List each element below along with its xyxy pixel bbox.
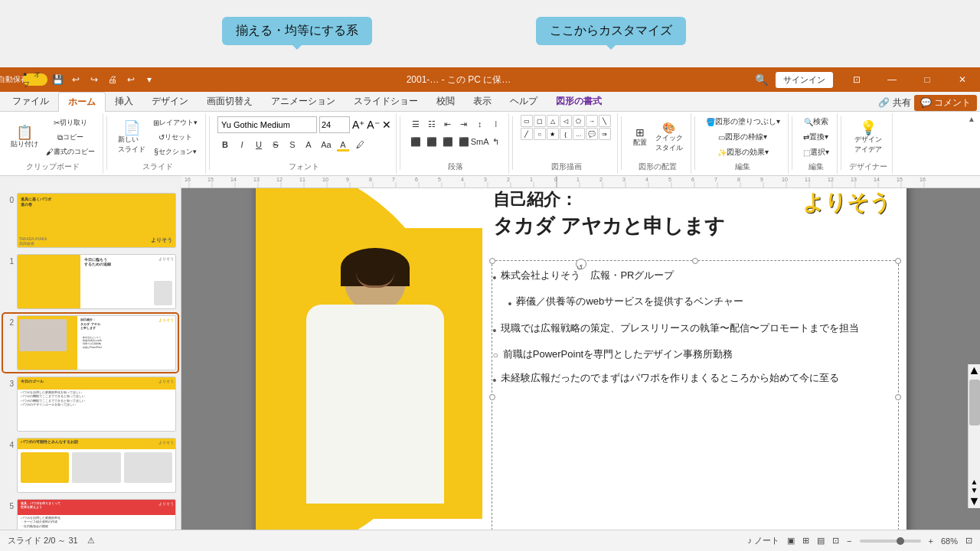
copy-button[interactable]: ⧉ コピー	[43, 131, 98, 144]
share-button[interactable]: 🔗 共有	[878, 96, 910, 109]
shape-line2[interactable]: ╱	[521, 128, 533, 140]
replace-button[interactable]: ⇄ 置換▾	[800, 130, 832, 144]
num-list-btn[interactable]: ☷	[424, 116, 439, 132]
qat-print-btn[interactable]: 🖨	[104, 71, 121, 88]
design-ideas-button[interactable]: 💡 デザインアイデア	[851, 119, 885, 156]
tab-shape-format[interactable]: 図形の書式	[547, 92, 611, 111]
slide-thumb-4[interactable]: 4 パワポの可能性とみんなするお話 よりそう	[3, 436, 178, 494]
layout-button[interactable]: ⊞ レイアウト▾	[150, 116, 201, 129]
qat-undo-btn[interactable]: ↩	[67, 71, 84, 88]
handle-tl[interactable]	[489, 258, 495, 264]
shape-callout[interactable]: 💬	[586, 128, 598, 140]
clear-format-btn[interactable]: ✕	[382, 119, 391, 131]
scroll-down-btn[interactable]: ▼	[969, 494, 980, 508]
view-outline-btn[interactable]: ⊞	[802, 536, 809, 546]
slide-thumb-5[interactable]: 5 道具、パワポを作りまくって世界を変えよう よりそう パワポを活用した業務効率…	[3, 497, 178, 530]
tab-insert[interactable]: 挿入	[106, 92, 142, 111]
zoom-minus-btn[interactable]: −	[847, 536, 851, 546]
scrollbar-vertical[interactable]: ▲ ▲ ▼ ▼	[968, 364, 980, 508]
view-slide-btn[interactable]: ⊡	[832, 536, 839, 546]
scroll-up-btn[interactable]: ▲	[969, 364, 980, 377]
zoom-slider[interactable]	[860, 540, 921, 543]
shape-line[interactable]: ╲	[599, 115, 611, 127]
justify-btn[interactable]: ⬛	[456, 134, 472, 149]
shape-triangle[interactable]: △	[547, 115, 559, 127]
close-btn[interactable]: ✕	[945, 67, 980, 92]
tab-file[interactable]: ファイル	[3, 92, 58, 111]
shape-rect[interactable]: ▭	[521, 115, 533, 127]
shadow-button[interactable]: S	[285, 137, 300, 152]
zoom-plus-btn[interactable]: +	[929, 536, 933, 546]
view-reading-btn[interactable]: ▤	[817, 536, 825, 546]
tab-design[interactable]: デザイン	[142, 92, 198, 111]
qat-undo2-btn[interactable]: ↩	[122, 71, 139, 88]
ribbon-collapse-btn[interactable]: ▲	[966, 113, 977, 174]
section-button[interactable]: § セクション▾	[150, 145, 201, 158]
handle-mr[interactable]	[895, 394, 901, 400]
qat-autosave-toggle[interactable]: ● オフ	[23, 73, 47, 86]
text-direction-btn[interactable]: ↰	[488, 134, 504, 149]
view-normal-btn[interactable]: ▣	[787, 536, 795, 546]
tab-help[interactable]: ヘルプ	[501, 92, 547, 111]
shape-roundrect[interactable]: ▢	[534, 115, 546, 127]
align-center-btn[interactable]: ⬛	[424, 134, 439, 149]
font-name-input[interactable]	[217, 116, 317, 133]
case-button[interactable]: Aa	[318, 137, 334, 152]
new-slide-button[interactable]: 📄 新しいスライド	[115, 119, 149, 156]
char-spacing-button[interactable]: A	[302, 137, 317, 152]
shape-pentagon[interactable]: ⬠	[573, 115, 585, 127]
strikethrough-button[interactable]: S	[268, 137, 283, 152]
ribbon-toggle-btn[interactable]: ⊡	[839, 67, 874, 92]
titlebar-search[interactable]: 🔍	[755, 73, 768, 86]
indent-decrease-btn[interactable]: ⇤	[440, 116, 456, 132]
restore-btn[interactable]: □	[910, 67, 945, 92]
select-button[interactable]: ⬚ 選択▾	[800, 145, 832, 159]
format-copy-button[interactable]: 🖌 書式のコピー	[43, 145, 98, 158]
search-button[interactable]: 🔍 検索	[800, 115, 832, 129]
arrange-button[interactable]: ⊞ 配置	[629, 126, 651, 149]
tab-animations[interactable]: アニメーション	[262, 92, 345, 111]
align-right-btn[interactable]: ⬛	[440, 134, 456, 149]
slide-thumb-1[interactable]: 1 今日に臨もうするための追録 よりそう	[3, 253, 178, 311]
columns-btn[interactable]: ⁞	[488, 116, 504, 132]
paste-button[interactable]: 📋 貼り付け	[8, 124, 41, 151]
shape-rtriangle[interactable]: ◁	[560, 115, 572, 127]
tab-slideshow[interactable]: スライドショー	[345, 92, 427, 111]
canvas-area[interactable]: 自己紹介： タカダ アヤカと申します よりそう • 株式会社よりそう 広報・PR…	[181, 188, 980, 530]
scroll-next-slide-btn[interactable]: ▼	[969, 486, 980, 494]
qat-more-btn[interactable]: ▾	[141, 71, 158, 88]
shape-arrow[interactable]: →	[586, 115, 598, 127]
shape-bracket[interactable]: {	[560, 128, 572, 140]
cut-button[interactable]: ✂ 切り取り	[43, 116, 98, 129]
qat-redo-btn[interactable]: ↪	[86, 71, 103, 88]
shape-star[interactable]: ★	[547, 128, 559, 140]
font-color-btn[interactable]: A	[335, 137, 351, 152]
bullet-list-btn[interactable]: ☰	[408, 116, 423, 132]
smart-art-btn[interactable]: SmA	[472, 134, 488, 149]
indent-increase-btn[interactable]: ⇥	[456, 116, 472, 132]
qat-save-btn[interactable]: 💾	[49, 71, 66, 88]
shape-oval[interactable]: ○	[534, 128, 546, 140]
quick-style-button[interactable]: 🎨 クイックスタイル	[652, 121, 686, 155]
handle-tm[interactable]	[692, 258, 698, 264]
tab-home[interactable]: ホーム	[58, 92, 106, 112]
zoom-level[interactable]: 68%	[941, 536, 958, 546]
zoom-thumb[interactable]	[897, 537, 904, 545]
shape-more[interactable]: …	[573, 128, 585, 140]
scroll-thumb[interactable]	[969, 380, 980, 425]
shape-fill-btn[interactable]: 🪣 図形の塗りつぶし▾	[703, 115, 783, 129]
shape-effect-btn[interactable]: ✨ 図形の効果▾	[703, 145, 783, 159]
shape-block-arrow[interactable]: ⇒	[599, 128, 611, 140]
font-grow-btn[interactable]: A⁺	[352, 119, 364, 131]
underline-button[interactable]: U	[251, 137, 266, 152]
tab-review[interactable]: 校閲	[427, 92, 464, 111]
minimize-btn[interactable]: —	[874, 67, 910, 92]
highlight-btn[interactable]: 🖊	[352, 137, 368, 152]
italic-button[interactable]: I	[234, 137, 250, 152]
slide-panel[interactable]: 0 道具に基くパワポ道の巻 よりそう TAKADA AYAKA高田綾香 1 今日…	[0, 188, 181, 530]
slide-thumb-0[interactable]: 0 道具に基くパワポ道の巻 よりそう TAKADA AYAKA高田綾香	[3, 191, 178, 249]
slide-thumb-2[interactable]: 2 自己紹介：タカダ アヤカと申します よりそう ・株式会社よりそう・葬儀/供養…	[3, 314, 178, 372]
comment-button[interactable]: 💬 コメント	[914, 95, 977, 111]
align-left-btn[interactable]: ⬛	[408, 134, 423, 149]
zoom-fit-btn[interactable]: ⊡	[965, 536, 972, 546]
